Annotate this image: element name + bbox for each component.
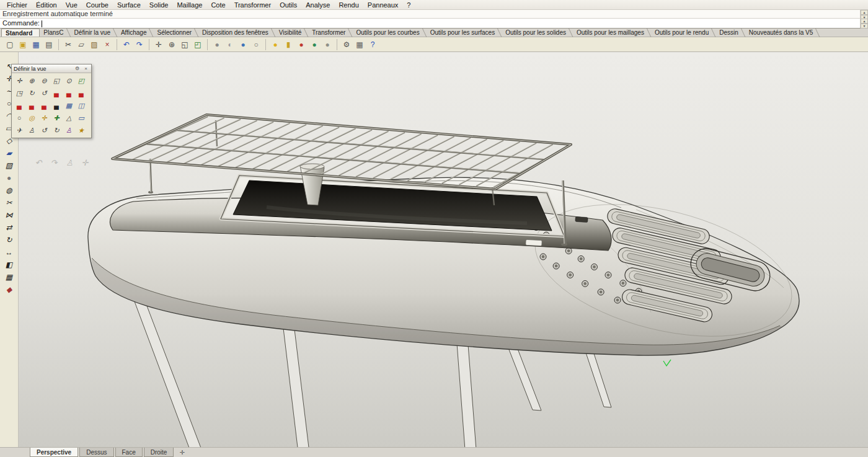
tab-nouveautes-v5[interactable]: Nouveautés dans la V5 xyxy=(745,29,820,37)
camera-3-icon[interactable]: ▄ xyxy=(75,87,87,99)
rendered-view-icon[interactable]: ● xyxy=(237,38,249,51)
tab-dessin[interactable]: Dessin xyxy=(715,29,745,37)
perspective-viewport[interactable] xyxy=(19,52,868,447)
command-line[interactable]: Commande: ▴ ▾ xyxy=(0,19,868,29)
surface-tool-icon[interactable]: ▰ xyxy=(3,148,16,159)
scroll-down-icon[interactable]: ▾ xyxy=(861,24,868,29)
circle-select-icon[interactable]: ○ xyxy=(13,112,25,124)
open-folder-icon[interactable]: ▣ xyxy=(17,38,29,51)
menu-analyse[interactable]: Analyse xyxy=(301,1,334,9)
save-icon[interactable]: ▦ xyxy=(30,38,42,51)
viewport-tab-dessus[interactable]: Dessus xyxy=(79,448,113,457)
camera-6-icon[interactable]: ▄ xyxy=(38,99,50,112)
viewport-canvas[interactable] xyxy=(19,52,868,447)
tab-plansc[interactable]: PlansC xyxy=(40,29,70,37)
material-sphere-icon[interactable]: ● xyxy=(321,38,334,51)
camera-black-icon[interactable]: ▄ xyxy=(50,99,63,112)
menu-fichier[interactable]: Fichier xyxy=(2,1,32,9)
menu-solide[interactable]: Solide xyxy=(145,1,173,9)
cplane-icon[interactable]: ✚ xyxy=(50,112,63,124)
cut-icon[interactable]: ✂ xyxy=(62,38,74,51)
undo-view-icon[interactable]: ↺ xyxy=(38,87,50,99)
zoom-extents-icon[interactable]: ◰ xyxy=(75,74,87,87)
pan-view-icon[interactable]: ✛ xyxy=(13,74,25,87)
palette-title-bar[interactable]: Définir la vue ⚙ × xyxy=(12,64,91,73)
undo-icon[interactable]: ↶ xyxy=(120,38,133,51)
wireframe-view-icon[interactable]: ○ xyxy=(250,38,262,51)
paste-icon[interactable]: ▨ xyxy=(88,38,100,51)
new-file-icon[interactable]: ▢ xyxy=(4,38,16,51)
zoom-in-icon[interactable]: ⊕ xyxy=(25,74,38,87)
mirror-tool-icon[interactable]: ◧ xyxy=(3,259,16,270)
tab-transformer[interactable]: Transformer xyxy=(308,29,352,37)
paint-tool-icon[interactable]: ◆ xyxy=(3,284,16,295)
zoom-out-icon[interactable]: ⊖ xyxy=(38,74,50,87)
box-tool-icon[interactable]: ▧ xyxy=(3,160,16,171)
fly-view-icon[interactable]: ✈ xyxy=(13,124,25,136)
camera-1-icon[interactable]: ▄ xyxy=(50,87,63,99)
tab-outils-solides[interactable]: Outils pour les solides xyxy=(502,29,573,37)
menu-edition[interactable]: Édition xyxy=(32,1,61,9)
tab-outils-courbes[interactable]: Outils pour les courbes xyxy=(352,29,426,37)
tab-selectionner[interactable]: Sélectionner xyxy=(153,29,198,37)
compass-icon[interactable]: ✛ xyxy=(38,112,50,124)
options-gear-icon[interactable]: ⚙ xyxy=(340,38,353,51)
render-icon[interactable]: ● xyxy=(295,38,308,51)
walk-view-icon[interactable]: ♙ xyxy=(25,124,38,136)
tab-disposition-des-fenetres[interactable]: Disposition des fenêtres xyxy=(198,29,275,37)
menu-panneaux[interactable]: Panneaux xyxy=(363,1,403,9)
zoom-extents-icon[interactable]: ◰ xyxy=(192,38,204,51)
menu-courbe[interactable]: Courbe xyxy=(82,1,113,9)
zoom-selected-icon[interactable]: ⊙ xyxy=(63,74,75,87)
redo-icon[interactable]: ↷ xyxy=(133,38,146,51)
copy-icon[interactable]: ▱ xyxy=(75,38,87,51)
zoom-extents-all-icon[interactable]: ◳ xyxy=(13,87,25,99)
globe-icon[interactable]: ● xyxy=(308,38,321,51)
lightbulb-icon[interactable]: ● xyxy=(269,38,281,51)
move-tool-icon[interactable]: ⇄ xyxy=(3,222,16,233)
lock-icon[interactable]: ▮ xyxy=(282,38,294,51)
menu-cote[interactable]: Cote xyxy=(206,1,229,9)
shaded-view-icon[interactable]: ● xyxy=(211,38,223,51)
scroll-up-icon[interactable]: ▴ xyxy=(861,19,868,24)
array-tool-icon[interactable]: ▦ xyxy=(3,272,16,283)
grid-snap-icon[interactable]: ▦ xyxy=(353,38,366,51)
menu-maillage[interactable]: Maillage xyxy=(172,1,206,9)
zoom-window-icon[interactable]: ◱ xyxy=(179,38,191,51)
tab-outils-rendu[interactable]: Outils pour le rendu xyxy=(651,29,715,37)
tab-definir-la-vue[interactable]: Définir la vue xyxy=(71,29,117,37)
help-icon[interactable]: ? xyxy=(366,38,379,51)
tab-outils-surfaces[interactable]: Outils pour les surfaces xyxy=(427,29,502,37)
viewport-layout-icon[interactable]: ▦ xyxy=(63,99,75,112)
viewport-split-icon[interactable]: ◫ xyxy=(75,99,87,112)
delete-icon[interactable]: × xyxy=(101,38,113,51)
menu-vue[interactable]: Vue xyxy=(61,1,82,9)
rotate-view-icon[interactable]: ↻ xyxy=(25,87,38,99)
spin-right-icon[interactable]: ↻ xyxy=(50,124,63,136)
sphere-tool-icon[interactable]: ● xyxy=(3,172,16,184)
person-view-icon[interactable]: ♙ xyxy=(63,124,75,136)
palette-close-icon[interactable]: × xyxy=(82,66,89,71)
set-view-palette[interactable]: Définir la vue ⚙ × ✛⊕⊖◱⊙◰◳↻↺▄▄▄▄▄▄▄▦◫○◎✛… xyxy=(11,64,92,138)
viewport-tab-face[interactable]: Face xyxy=(115,448,143,457)
monitor-icon[interactable]: ▭ xyxy=(75,112,87,124)
camera-4-icon[interactable]: ▄ xyxy=(13,99,25,112)
boolean-tool-icon[interactable]: ◍ xyxy=(3,185,16,196)
menu-rendu[interactable]: Rendu xyxy=(334,1,363,9)
tab-visibilite[interactable]: Visibilité xyxy=(275,29,309,37)
menu-aide[interactable]: ? xyxy=(402,1,415,9)
camera-2-icon[interactable]: ▄ xyxy=(63,87,75,99)
scroll-up-icon[interactable]: ▴ xyxy=(861,10,868,15)
viewport-tab-perspective[interactable]: Perspective xyxy=(30,448,78,457)
zoom-window-icon[interactable]: ◱ xyxy=(50,74,63,87)
viewport-tab-scroller-icon[interactable]: ✛ xyxy=(175,448,188,457)
target-view-icon[interactable]: ◎ xyxy=(25,112,38,124)
ghosted-view-icon[interactable]: ◐ xyxy=(224,38,236,51)
menu-surface[interactable]: Surface xyxy=(113,1,145,9)
menu-outils[interactable]: Outils xyxy=(275,1,301,9)
rotate-tool-icon[interactable]: ↻ xyxy=(3,234,16,246)
tripod-icon[interactable]: △ xyxy=(63,112,75,124)
zoom-dynamic-icon[interactable]: ⊕ xyxy=(166,38,178,51)
print-icon[interactable]: ▤ xyxy=(43,38,55,51)
tab-standard[interactable]: Standard xyxy=(1,29,40,37)
